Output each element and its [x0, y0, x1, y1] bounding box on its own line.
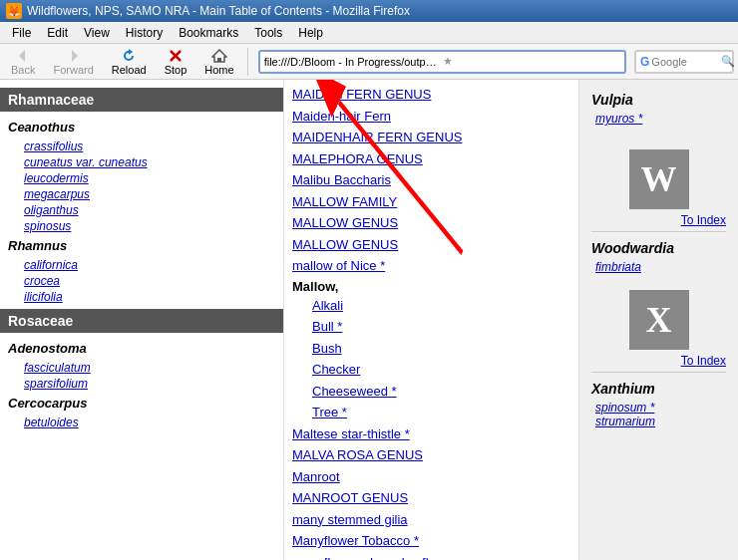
firefox-icon: 🦊	[6, 3, 22, 19]
toolbar-separator	[247, 48, 248, 76]
address-text: file:///D:/Bloom - In Progress/output/Sp…	[264, 56, 442, 68]
section-rosaceae: Rosaceae	[0, 309, 283, 333]
window-title: Wildflowers, NPS, SAMO NRA - Main Table …	[27, 4, 410, 18]
link-alkali[interactable]: Alkali	[292, 295, 570, 317]
address-bar[interactable]: file:///D:/Bloom - In Progress/output/Sp…	[258, 50, 626, 74]
link-tree[interactable]: Tree *	[292, 402, 570, 423]
link-mallow-of-nice[interactable]: mallow of Nice *	[292, 255, 570, 277]
menu-bar: File Edit View History Bookmarks Tools H…	[0, 22, 738, 44]
letter-block-x: X	[629, 290, 689, 350]
main-layout: Rhamnaceae Ceanothus crassifolius cuneat…	[0, 80, 738, 560]
menu-view[interactable]: View	[76, 24, 118, 42]
species-megacarpus[interactable]: megacarpus	[0, 186, 283, 202]
link-manyflower-tobacco[interactable]: Manyflower Tobacco *	[292, 530, 570, 552]
link-mallow-genus-2[interactable]: MALLOW GENUS	[292, 234, 570, 256]
divider-1	[591, 231, 727, 232]
link-maltese-star-thistle[interactable]: Maltese star-thistle *	[292, 423, 570, 445]
title-bar: 🦊 Wildflowers, NPS, SAMO NRA - Main Tabl…	[0, 0, 738, 22]
middle-panel: MAIDEN FERN GENUS Maiden-hair Fern MAIDE…	[284, 80, 578, 560]
genus-adenostoma: Adenostoma	[0, 337, 283, 360]
back-button[interactable]: Back	[4, 45, 42, 79]
svg-rect-5	[217, 58, 221, 62]
link-malibu-baccharis[interactable]: Malibu Baccharis	[292, 169, 570, 191]
link-manyflowered-monkeyflower[interactable]: manyflowered monkeyflower	[292, 552, 570, 561]
bookmark-star-icon[interactable]: ★	[443, 55, 620, 68]
species-fasciculatum[interactable]: fasciculatum	[0, 360, 283, 376]
link-mallow-genus-1[interactable]: MALLOW GENUS	[292, 212, 570, 234]
link-bush[interactable]: Bush	[292, 338, 570, 360]
species-betuloides[interactable]: betuloides	[0, 415, 283, 430]
link-manroot[interactable]: Manroot	[292, 466, 570, 488]
species-crassifolius[interactable]: crassifolius	[0, 139, 283, 154]
link-many-stemmed-gilia[interactable]: many stemmed gilia	[292, 509, 570, 531]
home-button[interactable]: Home	[197, 45, 240, 79]
species-californica[interactable]: californica	[0, 257, 283, 273]
link-bull[interactable]: Bull *	[292, 316, 570, 338]
right-species-spinosum[interactable]: spinosum *	[583, 401, 654, 415]
species-cuneatus[interactable]: cuneatus var. cuneatus	[0, 154, 283, 170]
forward-button[interactable]: Forward	[46, 45, 100, 79]
species-crocea[interactable]: crocea	[0, 273, 283, 289]
back-icon	[15, 48, 31, 64]
right-species-myuros[interactable]: myuros *	[583, 112, 642, 126]
link-maiden-fern-genus[interactable]: MAIDEN FERN GENUS	[292, 84, 570, 106]
toolbar: Back Forward Reload Stop Home file:///D:…	[0, 44, 738, 80]
menu-help[interactable]: Help	[290, 24, 331, 42]
menu-file[interactable]: File	[4, 24, 39, 42]
section-rhamnaceae: Rhamnaceae	[0, 88, 283, 112]
svg-marker-0	[19, 50, 25, 62]
right-species-fimbriata[interactable]: fimbriata	[583, 260, 641, 274]
link-checker[interactable]: Checker	[292, 359, 570, 381]
link-cheeseweed[interactable]: Cheeseweed *	[292, 381, 570, 403]
to-index-w[interactable]: To Index	[681, 213, 734, 227]
genus-ceanothus: Ceanothus	[0, 116, 283, 139]
species-leucodermis[interactable]: leucodermis	[0, 170, 283, 186]
menu-history[interactable]: History	[118, 24, 171, 42]
reload-icon	[121, 48, 137, 64]
genus-cercocarpus: Cercocarpus	[0, 392, 283, 415]
species-oliganthus[interactable]: oliganthus	[0, 202, 283, 218]
right-species-strumarium[interactable]: strumarium	[583, 415, 655, 428]
species-sparsifolium[interactable]: sparsifolium	[0, 376, 283, 392]
mallow-heading: Mallow,	[292, 277, 570, 295]
forward-icon	[66, 48, 82, 64]
menu-bookmarks[interactable]: Bookmarks	[171, 24, 246, 42]
divider-2	[591, 372, 727, 373]
species-ilicifolia[interactable]: ilicifolia	[0, 289, 283, 305]
menu-edit[interactable]: Edit	[39, 24, 76, 42]
link-manroot-genus[interactable]: MANROOT GENUS	[292, 487, 570, 509]
link-maiden-hair-fern[interactable]: Maiden-hair Fern	[292, 106, 570, 128]
google-icon: G	[640, 55, 649, 69]
left-panel: Rhamnaceae Ceanothus crassifolius cuneat…	[0, 80, 284, 560]
link-mallow-family[interactable]: MALLOW FAMILY	[292, 191, 570, 213]
search-bar[interactable]: G 🔍	[634, 50, 734, 74]
stop-icon	[168, 48, 184, 64]
right-panel: Vulpia myuros * W To Index Woodwardia fi…	[578, 80, 738, 560]
svg-marker-1	[72, 50, 78, 62]
stop-button[interactable]: Stop	[158, 45, 194, 79]
menu-tools[interactable]: Tools	[246, 24, 290, 42]
search-input[interactable]	[651, 56, 721, 68]
genus-rhamnus: Rhamnus	[0, 234, 283, 257]
link-malephora-genus[interactable]: MALEPHORA GENUS	[292, 148, 570, 170]
link-maidenhair-fern-genus[interactable]: MAIDENHAIR FERN GENUS	[292, 127, 570, 148]
species-spinosus[interactable]: spinosus	[0, 218, 283, 234]
right-genus-vulpia: Vulpia	[583, 88, 633, 112]
right-genus-woodwardia: Woodwardia	[583, 236, 674, 260]
right-genus-xanthium: Xanthium	[583, 377, 655, 401]
to-index-x[interactable]: To Index	[681, 354, 734, 368]
link-malva-rosa-genus[interactable]: MALVA ROSA GENUS	[292, 444, 570, 466]
letter-block-w: W	[629, 149, 689, 209]
search-icon[interactable]: 🔍	[721, 55, 735, 68]
home-icon	[211, 48, 227, 64]
reload-button[interactable]: Reload	[105, 45, 154, 79]
